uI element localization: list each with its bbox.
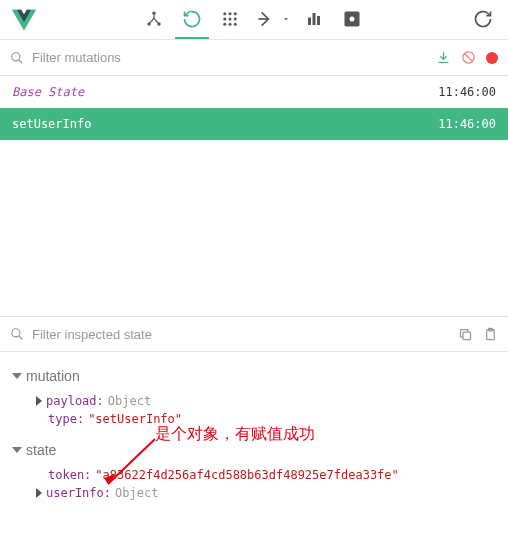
chevron-down-icon — [12, 373, 22, 379]
routing-dropdown[interactable] — [279, 1, 293, 39]
annotation-text: 是个对象，有赋值成功 — [155, 424, 315, 445]
svg-point-5 — [234, 12, 237, 15]
tab-settings[interactable] — [335, 1, 369, 39]
refresh-button[interactable] — [466, 1, 500, 39]
svg-line-18 — [19, 59, 23, 63]
clipboard-icon[interactable] — [483, 327, 498, 342]
svg-point-8 — [234, 17, 237, 20]
tab-components[interactable] — [137, 1, 171, 39]
tab-events[interactable] — [213, 1, 247, 39]
annotation-arrow — [100, 434, 160, 490]
svg-point-16 — [350, 16, 355, 21]
search-icon — [10, 327, 24, 341]
svg-rect-12 — [308, 17, 311, 25]
search-icon — [10, 51, 24, 65]
svg-rect-14 — [317, 16, 320, 25]
svg-line-23 — [19, 336, 23, 340]
filter-inspected-input[interactable] — [32, 327, 450, 342]
record-icon[interactable] — [486, 52, 498, 64]
commit-all-icon[interactable] — [436, 50, 451, 65]
svg-point-7 — [229, 17, 232, 20]
tab-vuex[interactable] — [175, 1, 209, 39]
toolbar — [0, 0, 508, 40]
tab-perf[interactable] — [297, 1, 331, 39]
chevron-down-icon — [12, 447, 22, 453]
revert-all-icon[interactable] — [461, 50, 476, 65]
inspected-filter-row — [0, 316, 508, 352]
toolbar-tabs — [40, 1, 466, 39]
mutation-label: setUserInfo — [12, 117, 91, 131]
svg-rect-13 — [313, 13, 316, 25]
base-state-row[interactable]: Base State 11:46:00 — [0, 76, 508, 108]
svg-line-21 — [465, 54, 473, 62]
svg-point-17 — [12, 52, 20, 60]
svg-point-22 — [12, 329, 20, 337]
tab-routing[interactable] — [251, 1, 279, 39]
svg-point-9 — [223, 22, 226, 25]
svg-point-11 — [234, 22, 237, 25]
svg-point-4 — [229, 12, 232, 15]
svg-point-3 — [223, 12, 226, 15]
svg-rect-24 — [463, 332, 471, 340]
token-line: token: "a83622f4d256af4cd588b63df48925e7… — [12, 466, 496, 484]
mutations-filter-row — [0, 40, 508, 76]
svg-point-10 — [229, 22, 232, 25]
base-state-label: Base State — [12, 85, 84, 99]
payload-line[interactable]: payload: Object — [12, 392, 496, 410]
userinfo-line[interactable]: userInfo: Object — [12, 484, 496, 502]
svg-point-0 — [152, 11, 155, 14]
copy-icon[interactable] — [458, 327, 473, 342]
vue-logo — [8, 4, 40, 36]
base-state-time: 11:46:00 — [438, 85, 496, 99]
mutation-list: Base State 11:46:00 setUserInfo 11:46:00 — [0, 76, 508, 316]
inspect-body: mutation payload: Object type: "setUserI… — [0, 352, 508, 512]
chevron-right-icon — [36, 396, 42, 406]
mutation-row-selected[interactable]: setUserInfo 11:46:00 — [0, 108, 508, 140]
chevron-right-icon — [36, 488, 42, 498]
svg-point-6 — [223, 17, 226, 20]
svg-line-27 — [108, 439, 155, 484]
mutation-time: 11:46:00 — [438, 117, 496, 131]
mutation-section-header[interactable]: mutation — [12, 368, 496, 384]
filter-mutations-input[interactable] — [32, 50, 428, 65]
